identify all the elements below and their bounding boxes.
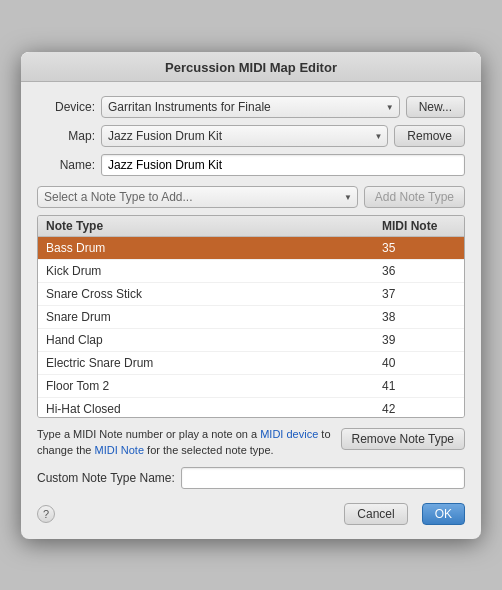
midi-note-cell: 42 — [374, 400, 464, 417]
table-body: Bass Drum 35 Kick Drum 36 Snare Cross St… — [38, 237, 464, 417]
main-window: Percussion MIDI Map Editor Device: Garri… — [21, 52, 481, 539]
map-select[interactable]: Jazz Fusion Drum Kit — [101, 125, 388, 147]
note-type-add-row: Select a Note Type to Add... Add Note Ty… — [37, 186, 465, 208]
table-row[interactable]: Bass Drum 35 — [38, 237, 464, 260]
remove-map-button[interactable]: Remove — [394, 125, 465, 147]
custom-name-label: Custom Note Type Name: — [37, 471, 175, 485]
note-type-cell: Snare Drum — [38, 308, 374, 326]
table-row[interactable]: Kick Drum 36 — [38, 260, 464, 283]
note-type-select[interactable]: Select a Note Type to Add... — [37, 186, 358, 208]
midi-note-cell: 37 — [374, 285, 464, 303]
footer-row: ? Cancel OK — [37, 499, 465, 525]
note-type-table: Note Type MIDI Note Bass Drum 35 Kick Dr… — [37, 215, 465, 418]
note-type-cell: Floor Tom 2 — [38, 377, 374, 395]
col-midi-note-header: MIDI Note — [374, 219, 464, 233]
device-select[interactable]: Garritan Instruments for Finale — [101, 96, 400, 118]
midi-note-cell: 41 — [374, 377, 464, 395]
help-button[interactable]: ? — [37, 505, 55, 523]
bottom-section: Type a MIDI Note number or play a note o… — [37, 426, 465, 459]
table-row[interactable]: Electric Snare Drum 40 — [38, 352, 464, 375]
name-label: Name: — [37, 158, 95, 172]
remove-note-type-button[interactable]: Remove Note Type — [341, 428, 466, 450]
note-type-cell: Snare Cross Stick — [38, 285, 374, 303]
table-row[interactable]: Snare Cross Stick 37 — [38, 283, 464, 306]
map-row: Map: Jazz Fusion Drum Kit Remove — [37, 125, 465, 147]
map-label: Map: — [37, 129, 95, 143]
device-row: Device: Garritan Instruments for Finale … — [37, 96, 465, 118]
help-text-content: Type a MIDI Note number or play a note o… — [37, 428, 331, 457]
midi-note-cell: 38 — [374, 308, 464, 326]
table-row[interactable]: Hi-Hat Closed 42 — [38, 398, 464, 417]
device-label: Device: — [37, 100, 95, 114]
midi-note-cell: 39 — [374, 331, 464, 349]
note-type-cell: Hi-Hat Closed — [38, 400, 374, 417]
note-type-cell: Bass Drum — [38, 239, 374, 257]
cancel-button[interactable]: Cancel — [344, 503, 407, 525]
table-row[interactable]: Snare Drum 38 — [38, 306, 464, 329]
content-area: Device: Garritan Instruments for Finale … — [21, 82, 481, 539]
note-type-select-wrapper: Select a Note Type to Add... — [37, 186, 358, 208]
window-title: Percussion MIDI Map Editor — [165, 60, 337, 75]
midi-note-cell: 36 — [374, 262, 464, 280]
table-row[interactable]: Hand Clap 39 — [38, 329, 464, 352]
new-button[interactable]: New... — [406, 96, 465, 118]
note-type-cell: Hand Clap — [38, 331, 374, 349]
device-select-wrapper: Garritan Instruments for Finale — [101, 96, 400, 118]
ok-button[interactable]: OK — [422, 503, 465, 525]
table-row[interactable]: Floor Tom 2 41 — [38, 375, 464, 398]
custom-name-row: Custom Note Type Name: — [37, 467, 465, 489]
custom-name-input[interactable] — [181, 467, 465, 489]
titlebar: Percussion MIDI Map Editor — [21, 52, 481, 82]
midi-note-cell: 35 — [374, 239, 464, 257]
midi-note-cell: 40 — [374, 354, 464, 372]
add-note-type-button[interactable]: Add Note Type — [364, 186, 465, 208]
col-note-type-header: Note Type — [38, 219, 374, 233]
note-type-cell: Kick Drum — [38, 262, 374, 280]
note-type-cell: Electric Snare Drum — [38, 354, 374, 372]
name-row: Name: — [37, 154, 465, 176]
table-header: Note Type MIDI Note — [38, 216, 464, 237]
help-text: Type a MIDI Note number or play a note o… — [37, 426, 331, 459]
name-input[interactable] — [101, 154, 465, 176]
map-select-wrapper: Jazz Fusion Drum Kit — [101, 125, 388, 147]
